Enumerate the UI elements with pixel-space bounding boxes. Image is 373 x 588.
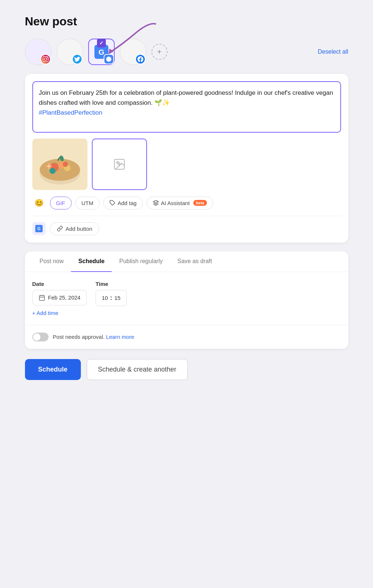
ai-badge: beta: [193, 200, 207, 206]
post-toolbar: 😊 GIF UTM Add tag AI Assistant beta: [32, 196, 341, 210]
schedule-button[interactable]: Schedule: [25, 359, 81, 380]
svg-rect-22: [39, 295, 44, 301]
time-field-group: Time 10 : 15: [96, 281, 127, 306]
svg-point-10: [63, 162, 68, 167]
ai-assistant-button[interactable]: AI Assistant beta: [147, 197, 213, 209]
tab-save-as-draft[interactable]: Save as draft: [170, 251, 219, 272]
learn-more-link[interactable]: Learn more: [106, 334, 135, 340]
time-label: Time: [96, 281, 127, 287]
social-accounts-row: ✓ G + Deselect all: [25, 39, 348, 65]
svg-point-16: [116, 162, 118, 164]
facebook-icon: [137, 56, 143, 62]
emoji-button[interactable]: 😊: [32, 196, 46, 210]
schedule-content: Date Feb 25, 2024 Time 10 : 15: [25, 272, 348, 325]
tab-publish-regularly[interactable]: Publish regularly: [112, 251, 170, 272]
approval-toggle[interactable]: [32, 333, 49, 341]
deselect-all-button[interactable]: Deselect all: [318, 49, 348, 55]
page-title: New post: [25, 15, 348, 28]
date-time-row: Date Feb 25, 2024 Time 10 : 15: [32, 281, 341, 306]
approval-text: Post needs approval. Learn more: [53, 334, 135, 340]
time-input[interactable]: 10 : 15: [96, 290, 127, 306]
utm-button[interactable]: UTM: [75, 197, 100, 209]
social-account-facebook[interactable]: [120, 39, 146, 65]
time-hour: 10: [102, 295, 108, 301]
divider: [32, 216, 341, 216]
tab-schedule[interactable]: Schedule: [71, 251, 112, 272]
add-media-icon: [113, 158, 126, 171]
svg-text:G: G: [37, 226, 40, 231]
add-media-button[interactable]: [92, 139, 147, 190]
bottom-buttons: Schedule Schedule & create another: [25, 359, 348, 380]
post-text-area[interactable]: Join us on February 25th for a celebrati…: [32, 81, 341, 133]
instagram-icon: [43, 56, 49, 62]
svg-point-9: [50, 168, 55, 174]
add-button-row: G Add button: [32, 222, 341, 235]
media-thumbnail[interactable]: [32, 139, 87, 190]
food-image: [32, 139, 87, 190]
ai-icon: [153, 200, 159, 206]
svg-text:G: G: [98, 48, 104, 56]
media-row: [32, 139, 341, 190]
google-business-small-icon: G: [32, 222, 46, 235]
twitter-icon: [74, 56, 80, 62]
add-account-button[interactable]: +: [151, 44, 168, 60]
social-account-instagram[interactable]: [25, 39, 51, 65]
social-account-twitter[interactable]: [57, 39, 83, 65]
time-minute: 15: [114, 295, 121, 301]
date-field-group: Date Feb 25, 2024: [32, 281, 87, 305]
link-icon: [57, 226, 63, 232]
approval-row: Post needs approval. Learn more: [25, 325, 348, 349]
social-account-google[interactable]: ✓ G: [88, 39, 115, 65]
add-button-btn[interactable]: Add button: [50, 222, 100, 235]
date-input[interactable]: Feb 25, 2024: [32, 290, 87, 305]
schedule-tabs: Post now Schedule Publish regularly Save…: [25, 251, 348, 272]
calendar-icon: [39, 294, 45, 301]
tab-post-now[interactable]: Post now: [32, 251, 71, 272]
tag-icon: [110, 200, 115, 206]
google-b-icon: G: [35, 225, 43, 232]
post-text: Join us on February 25th for a celebrati…: [39, 89, 333, 106]
schedule-create-another-button[interactable]: Schedule & create another: [87, 359, 188, 380]
time-colon: :: [110, 294, 112, 302]
date-label: Date: [32, 281, 87, 287]
date-value: Feb 25, 2024: [48, 294, 80, 301]
post-editor-card: Join us on February 25th for a celebrati…: [25, 74, 348, 243]
post-hashtag: #PlantBasedPerfection: [39, 109, 103, 116]
add-tag-button[interactable]: Add tag: [103, 197, 143, 209]
add-time-button[interactable]: + Add time: [32, 310, 58, 316]
google-small-icon: [106, 57, 111, 62]
gif-button[interactable]: GIF: [50, 197, 72, 209]
schedule-card: Post now Schedule Publish regularly Save…: [25, 251, 348, 349]
check-badge: ✓: [97, 39, 106, 47]
